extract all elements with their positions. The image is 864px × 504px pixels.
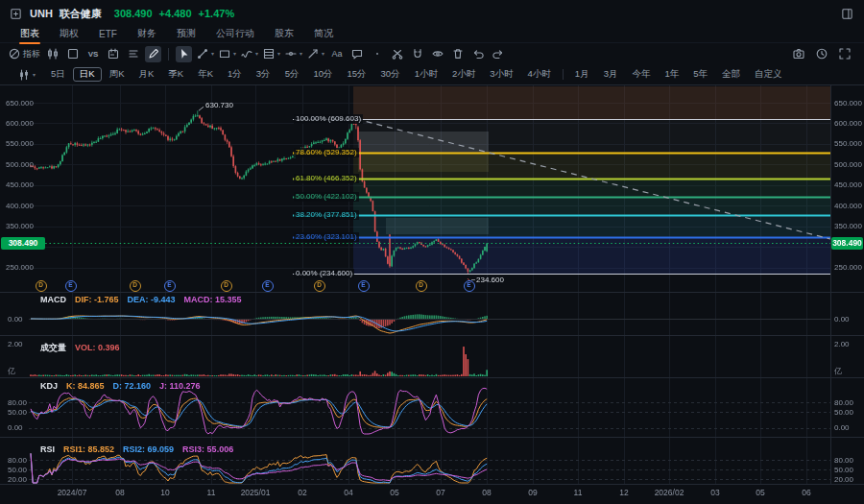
nav-tabs: 图表期权ETF财务预测公司行动股东简况 [0,27,864,42]
nav-tab-简况[interactable]: 简况 [313,26,334,43]
current-price-badge-right: 308.490 [831,237,863,250]
drawings-list-button[interactable] [125,46,141,62]
cursor-tool-button[interactable] [176,46,192,62]
price-axis-label-left: 500.000 [6,160,34,169]
macd-header: MACD DIF: -1.765 DEA: -9.443 MACD: 15.35… [40,295,242,305]
timeframe-4小时[interactable]: 4小时 [521,67,558,82]
nav-tab-ETF[interactable]: ETF [98,28,118,42]
fib-level-label[interactable]: 23.60% (323.101) [294,232,359,242]
price-axis-label-right: 400.000 [834,202,862,210]
screenshot-button[interactable] [790,46,806,62]
event-badge-dividend[interactable]: D [221,280,232,292]
timeframe-3月[interactable]: 3月 [597,67,625,82]
trend-line-tool[interactable]: ▾ [196,46,214,62]
timeframe-3分[interactable]: 3分 [250,67,277,82]
fib-tool[interactable]: ▾ [262,46,280,62]
macd-title: MACD [40,295,66,305]
magnet-tool[interactable] [409,46,425,62]
timeframe-1小时[interactable]: 1小时 [408,67,444,82]
price-axis-label-right: 650.000 [834,99,862,108]
arrow-tool[interactable]: ▾ [306,46,324,62]
rsi-axis-label-left: 80.00 [8,456,27,465]
timeframe-年K[interactable]: 年K [191,67,220,82]
timeframe-全部[interactable]: 全部 [715,67,747,82]
timeframe-10分[interactable]: 10分 [306,67,339,82]
rsi-header: RSI RSI1: 85.852 RSI2: 69.059 RSI3: 55.0… [40,444,233,455]
redo-button[interactable] [490,46,506,62]
delete-drawings-button[interactable] [449,46,466,62]
compare-candles-button[interactable] [44,46,60,62]
timeframe-1月[interactable]: 1月 [568,67,596,82]
timeframe-季K[interactable]: 季K [161,67,190,82]
event-badge-earnings[interactable]: E [262,280,274,292]
timeframe-5年[interactable]: 5年 [686,67,714,82]
price-axis-label-right: 500.000 [834,160,862,169]
timeframe-1年[interactable]: 1年 [658,67,685,82]
indicators-button[interactable]: 指标 [8,46,40,62]
fib-level-label[interactable]: 61.80% (466.352) [294,174,359,183]
nav-tab-图表[interactable]: 图表 [19,26,40,43]
fib-level-label[interactable]: 100.00% (609.603) [294,114,363,124]
timeframe-1分[interactable]: 1分 [221,67,249,82]
event-badge-dividend[interactable]: D [36,280,47,292]
timeframe-周K[interactable]: 周K [103,67,132,82]
horizontal-line-tool[interactable]: ▾ [284,46,302,62]
event-badge-earnings[interactable]: E [164,280,176,292]
chart-style-selector[interactable]: ▾ [17,66,36,83]
text-tool[interactable]: Aa [328,46,345,62]
shape-tool[interactable]: ▾ [218,46,236,62]
nav-tab-预测[interactable]: 预测 [176,26,197,43]
fullscreen-button[interactable] [836,46,852,62]
panel-layout-icon[interactable] [839,6,854,21]
replay-button[interactable] [813,46,829,62]
timeframe-自定义[interactable]: 自定义 [748,67,789,82]
rsi2-value: RSI2: 69.059 [123,444,174,455]
timeframe-15分[interactable]: 15分 [341,67,373,82]
fib-level-label[interactable]: 38.20% (377.851) [294,210,359,220]
timeframe-今年[interactable]: 今年 [625,67,657,82]
symbol-window-icon[interactable] [8,6,23,21]
fib-level-label[interactable]: 50.00% (422.102) [294,192,359,202]
wave-tool[interactable]: ▾ [240,46,258,62]
layout-button[interactable] [64,46,81,62]
timeframe-5日[interactable]: 5日 [44,67,72,82]
timeframe-30分[interactable]: 30分 [374,67,407,82]
hide-drawings-button[interactable] [429,46,445,62]
timeframe-3小时[interactable]: 3小时 [483,67,519,82]
event-badge-earnings[interactable]: E [358,280,370,292]
price-change-percent: +1.47% [199,8,235,19]
events-calendar-button[interactable] [105,46,121,62]
event-badge-earnings[interactable]: E [65,280,77,292]
rsi3-value: RSI3: 55.006 [182,444,233,455]
dot-separator[interactable] [369,46,385,62]
drawing-toolbar: 指标VS▾▾▾▾▾▾Aa [0,42,864,64]
nav-tab-股东[interactable]: 股东 [274,26,295,43]
fib-level-label[interactable]: 78.60% (529.352) [294,148,359,157]
nav-tab-公司行动[interactable]: 公司行动 [215,26,255,43]
timeframe-日K[interactable]: 日K [73,67,102,82]
kdj-axis-label-left: 0.00 [8,423,23,432]
volume-value: VOL: 0.396 [75,343,120,353]
timeframe-5分[interactable]: 5分 [278,67,306,82]
event-badge-dividend[interactable]: D [416,280,427,292]
timeframe-2小时[interactable]: 2小时 [445,67,482,82]
nav-tab-期权[interactable]: 期权 [59,26,80,43]
fib-level-label[interactable]: 0.00% (234.600) [294,269,354,278]
event-badge-earnings[interactable]: E [464,280,475,292]
vs-compare-button[interactable]: VS [84,46,101,62]
draw-mode-button[interactable] [145,46,161,62]
rsi1-value: RSI1: 85.852 [63,444,114,455]
price-axis-label-left: 450.000 [6,180,34,189]
x-axis-label: 02 [298,488,306,497]
x-axis-label: 10 [160,488,169,497]
nav-tab-财务[interactable]: 财务 [136,26,157,43]
eraser-tool[interactable] [389,46,405,62]
kdj-axis-label-right: 0.00 [834,423,850,432]
event-badge-dividend[interactable]: D [314,280,325,292]
undo-button[interactable] [469,46,486,62]
volume-axis-label-right: 亿 [834,367,842,375]
event-badge-dividend[interactable]: D [130,280,141,292]
timeframe-月K[interactable]: 月K [132,67,161,82]
price-axis-label-right: 250.000 [834,263,862,272]
comment-tool[interactable] [348,46,365,62]
